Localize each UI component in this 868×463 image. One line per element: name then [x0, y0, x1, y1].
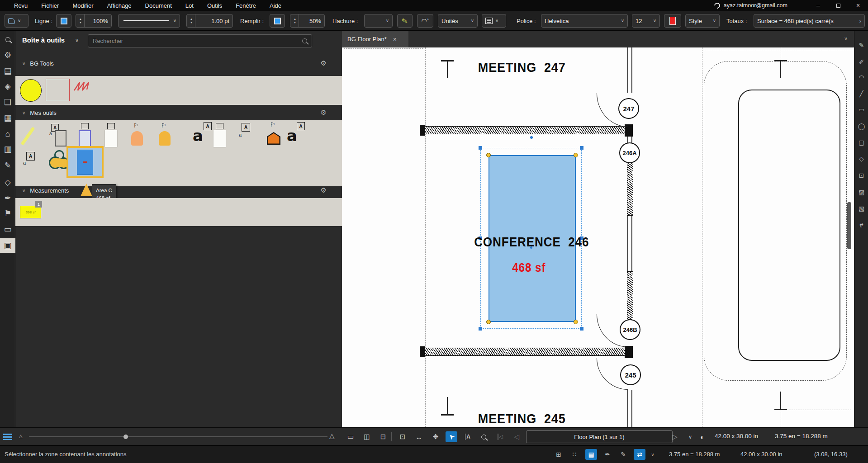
chevron-down-icon[interactable]: ∨ [22, 110, 25, 115]
chevron-down-icon[interactable]: ∨ [75, 38, 79, 43]
arc-icon[interactable]: ◠ [854, 71, 868, 84]
panel-title[interactable]: Boîte à outils [22, 36, 65, 44]
vertex-handle[interactable] [574, 320, 578, 324]
menu-aide[interactable]: Aide [263, 1, 288, 10]
contrast-icon[interactable]: ◐ [697, 431, 708, 442]
stepper-arrows-icon[interactable]: ▲▼ [294, 14, 299, 27]
next-page-icon[interactable]: ▷ [669, 431, 681, 442]
minimize-button[interactable]: – [808, 0, 828, 11]
callout-icon[interactable]: ◇ [854, 152, 868, 165]
totals-value-box[interactable]: Surface = 468 pied(s) carré(s › [754, 14, 865, 28]
pan-icon[interactable]: ✥ [430, 431, 441, 442]
vertex-handle[interactable] [486, 320, 491, 324]
highlighter-icon[interactable]: ✐ [854, 56, 868, 68]
ellipse-icon[interactable]: ◯ [854, 120, 868, 132]
zoom-out-triangle-icon[interactable]: △ [19, 434, 23, 439]
sync-icon[interactable]: ⇄ [634, 449, 645, 460]
tool-red-rectangle[interactable] [46, 79, 70, 101]
section-header-bg-tools[interactable]: ∨ BG Tools ⚙ [15, 56, 342, 71]
rounded-rect-icon[interactable]: ▢ [854, 136, 868, 149]
account-email[interactable]: ayaz.taimoor@gmail.com [724, 2, 787, 9]
polyline-icon[interactable]: ╱ [854, 87, 868, 100]
stepper-arrows-icon[interactable]: ▲▼ [79, 14, 85, 27]
menu-revu[interactable]: Revu [7, 1, 34, 10]
tool-chest-icon[interactable]: ▣ [0, 238, 15, 253]
snapshot-icon[interactable]: ⊡ [854, 169, 868, 182]
menu-document[interactable]: Document [138, 1, 179, 10]
restore-button[interactable] [828, 0, 848, 11]
measurements-icon[interactable]: ▭ [0, 222, 15, 236]
page-indicator[interactable]: Floor Plan (1 sur 1) [526, 430, 673, 443]
gear-icon[interactable]: ⚙ [321, 59, 327, 67]
vertex-handle[interactable] [486, 153, 491, 157]
line-opacity-stepper[interactable]: ▲▼ 100% [76, 14, 112, 28]
line-width-stepper[interactable]: ▲▼ 1.00 pt [186, 14, 233, 28]
tool-blue-rectangle-selected[interactable] [66, 146, 104, 178]
font-size-dropdown[interactable]: 12 ∨ [632, 14, 660, 28]
search-input[interactable] [93, 38, 302, 44]
tool-area-measurement[interactable]: 398 sf [20, 206, 41, 218]
file-access-icon[interactable]: ▥ [0, 142, 15, 156]
selection-handle[interactable] [580, 146, 583, 150]
menu-outils[interactable]: Outils [200, 1, 229, 10]
search-box[interactable] [88, 34, 312, 47]
markup-list-icon[interactable] [3, 434, 12, 440]
highlighter-mode-button[interactable]: ✎ [397, 14, 413, 28]
tool-red-scribble[interactable] [73, 80, 99, 93]
gear-icon[interactable]: ⚙ [321, 109, 327, 117]
floor-plan-canvas[interactable]: MEETING 247 MEETING 245 CONFERENCE 246 4… [342, 47, 854, 427]
stepper-arrows-icon[interactable]: ▲▼ [190, 14, 195, 27]
document-tab-active[interactable]: BG Floor Plan* × [342, 31, 408, 47]
chevron-down-icon[interactable]: ∨ [684, 431, 696, 442]
ink-icon[interactable]: ✎ [617, 449, 629, 460]
area-hatch-icon[interactable]: ▨ [854, 186, 868, 198]
chevron-down-icon[interactable]: ∨ [22, 61, 25, 66]
chevron-down-icon[interactable]: ∨ [22, 188, 25, 193]
vertex-handle[interactable] [574, 153, 578, 157]
snap-grid-icon[interactable]: ∷ [569, 449, 580, 460]
rectangle-icon[interactable]: ▭ [854, 103, 868, 116]
zoom-slider-thumb[interactable] [123, 435, 128, 439]
zoom-in-triangle-icon[interactable]: △ [329, 432, 335, 440]
units-dropdown[interactable]: Unités ∨ [438, 14, 478, 28]
pane-split-horizontal-icon[interactable]: ⊟ [377, 431, 389, 442]
search-icon[interactable] [0, 32, 15, 47]
hatch-dropdown[interactable]: ∨ [364, 14, 393, 28]
stamp-icon[interactable]: ▤ [0, 64, 15, 78]
pane-single-icon[interactable]: ▭ [345, 431, 356, 442]
settings-icon[interactable]: ⚙ [0, 48, 15, 62]
curve-tool-button[interactable]: ◠+ [417, 14, 433, 28]
pattern-icon[interactable]: ▧ [854, 202, 868, 215]
pane-split-vertical-icon[interactable]: ◫ [361, 431, 373, 442]
area-measurement-label[interactable]: 468 sf [512, 261, 545, 275]
selection-handle[interactable] [479, 146, 482, 150]
chevron-down-icon[interactable]: ∨ [647, 449, 659, 460]
fill-opacity-stepper[interactable]: ▲▼ 50% [290, 14, 325, 28]
text-select-icon[interactable]: A [462, 431, 474, 442]
signature-icon[interactable]: ✒ [0, 191, 15, 205]
menu-fenêtre[interactable]: Fenêtre [229, 1, 263, 10]
places-icon[interactable]: ⚑ [0, 206, 15, 221]
pen-icon[interactable]: ✎ [854, 39, 868, 52]
bookmarks-icon[interactable]: ❏ [0, 95, 15, 109]
line-color-button[interactable] [56, 14, 71, 28]
previous-page-icon[interactable]: ◁ [511, 431, 522, 442]
tool-highlighter-stroke[interactable] [20, 127, 35, 146]
fit-width-icon[interactable]: ↔ [413, 431, 425, 442]
document-snap-icon[interactable]: ▤ [585, 449, 597, 460]
section-header-mes-outils[interactable]: ∨ Mes outils ⚙ [15, 105, 342, 120]
layout-dropdown[interactable]: ∨ [482, 14, 506, 28]
menu-fichier[interactable]: Fichier [34, 1, 66, 10]
grid-icon[interactable]: ⊞ [553, 449, 564, 460]
line-style-dropdown[interactable]: ∨ [118, 14, 180, 28]
tool-yellow-ellipse[interactable] [20, 79, 42, 102]
spaces-icon[interactable]: ⌂ [0, 127, 15, 141]
selection-handle[interactable] [580, 327, 583, 331]
zoom-slider-track[interactable] [29, 436, 327, 437]
menu-affichage[interactable]: Affichage [100, 1, 138, 10]
count-icon[interactable]: # [854, 219, 868, 232]
text-color-button[interactable] [664, 14, 681, 28]
menu-modifier[interactable]: Modifier [66, 1, 100, 10]
select-icon[interactable]: ➤ [446, 431, 457, 442]
rotate-handle[interactable] [530, 136, 533, 139]
